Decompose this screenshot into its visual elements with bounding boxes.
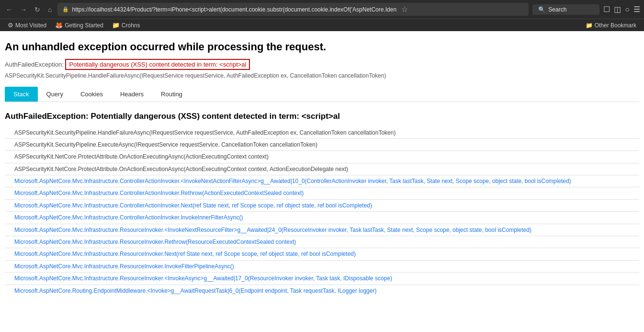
stack-trace-list: ASPSecurityKit.SecurityPipeline.HandleFa…: [5, 128, 639, 296]
stack-line: ASPSecurityKit.SecurityPipeline.HandleFa…: [5, 128, 639, 137]
other-bookmarks[interactable]: 📁 Other Bookmark: [582, 21, 640, 30]
toolbar-icons: ☐ ◫ ○ ☰: [603, 5, 640, 14]
getting-started-label: Getting Started: [65, 22, 103, 29]
stack-line: Microsoft.AspNetCore.Mvc.Infrastructure.…: [5, 213, 639, 222]
stack-line: Microsoft.AspNetCore.Routing.EndpointMid…: [5, 286, 639, 296]
stack-divider: [5, 138, 639, 139]
other-bookmarks-label: Other Bookmark: [595, 22, 636, 29]
crohns-icon: 📁: [112, 22, 120, 29]
stack-divider: [5, 211, 639, 212]
stack-divider: [5, 272, 639, 273]
exception-type: AuthFailedException:: [5, 61, 64, 68]
bookmark-getting-started[interactable]: 🦊 Getting Started: [51, 21, 107, 30]
stack-line: Microsoft.AspNetCore.Mvc.Infrastructure.…: [5, 237, 639, 247]
bookmark-crohns[interactable]: 📁 Crohns: [108, 21, 144, 30]
exception-stack-method: ASPSecurityKit.SecurityPipeline.HandleFa…: [5, 72, 639, 79]
stack-divider: [5, 248, 639, 248]
stack-divider: [5, 199, 639, 200]
stack-line: ASPSecurityKit.SecurityPipeline.ExecuteA…: [5, 140, 639, 149]
other-bookmarks-folder-icon: 📁: [586, 22, 593, 29]
stack-divider: [5, 187, 639, 187]
home-button[interactable]: ⌂: [46, 5, 54, 14]
tabs-bar: Stack Query Cookies Headers Routing: [5, 87, 639, 102]
url-text: https://localhost:44324/Product/?term=iP…: [72, 6, 396, 13]
history-icon[interactable]: ◫: [614, 5, 621, 14]
tab-query[interactable]: Query: [38, 87, 72, 102]
stack-divider: [5, 236, 639, 236]
stack-line: Microsoft.AspNetCore.Mvc.Infrastructure.…: [5, 188, 639, 198]
stack-line: Microsoft.AspNetCore.Mvc.Infrastructure.…: [5, 176, 639, 186]
back-button[interactable]: ←: [4, 5, 14, 14]
search-label: Search: [548, 6, 566, 13]
stack-line: Microsoft.AspNetCore.Mvc.Infrastructure.…: [5, 249, 639, 259]
stack-line: Microsoft.AspNetCore.Mvc.Infrastructure.…: [5, 262, 639, 271]
stack-divider: [5, 285, 639, 285]
most-visited-label: Most Visited: [15, 22, 46, 29]
tab-routing[interactable]: Routing: [152, 87, 191, 102]
stack-divider: [5, 224, 639, 224]
main-content: An unhandled exception occurred while pr…: [0, 31, 644, 300]
bookmark-most-visited[interactable]: ⚙ Most Visited: [4, 21, 50, 30]
forward-button[interactable]: →: [18, 5, 29, 14]
stack-divider: [5, 175, 639, 175]
tab-headers[interactable]: Headers: [112, 87, 152, 102]
address-bar[interactable]: 🔒 https://localhost:44324/Product/?term=…: [57, 3, 529, 16]
pocket-icon[interactable]: ☐: [603, 5, 610, 14]
tab-stack[interactable]: Stack: [5, 87, 38, 102]
most-visited-icon: ⚙: [8, 22, 13, 29]
stack-divider: [5, 260, 639, 261]
crohns-label: Crohns: [122, 22, 140, 29]
browser-chrome: ← → ↻ ⌂ 🔒 https://localhost:44324/Produc…: [0, 0, 644, 19]
search-bar[interactable]: 🔍 Search: [532, 4, 599, 15]
getting-started-icon: 🦊: [55, 22, 63, 29]
bookmarks-bar: ⚙ Most Visited 🦊 Getting Started 📁 Crohn…: [0, 19, 644, 31]
refresh-button[interactable]: ↻: [33, 5, 42, 14]
exception-message: Potentially dangerous (XSS) content dete…: [65, 59, 250, 70]
sync-icon[interactable]: ○: [625, 5, 630, 14]
stack-divider: [5, 150, 639, 151]
tab-cookies[interactable]: Cookies: [72, 87, 112, 102]
stack-title: AuthFailedException: Potentially dangero…: [5, 112, 639, 121]
lock-icon: 🔒: [62, 6, 69, 12]
menu-icon[interactable]: ☰: [633, 5, 640, 14]
error-title: An unhandled exception occurred while pr…: [5, 41, 639, 53]
stack-line: Microsoft.AspNetCore.Mvc.Infrastructure.…: [5, 225, 639, 235]
stack-line: ASPSecurityKit.NetCore.ProtectAttribute.…: [5, 152, 639, 161]
search-icon: 🔍: [538, 6, 545, 13]
stack-line: ASPSecurityKit.NetCore.ProtectAttribute.…: [5, 164, 639, 174]
stack-line: Microsoft.AspNetCore.Mvc.Infrastructure.…: [5, 201, 639, 210]
exception-line: AuthFailedException: Potentially dangero…: [5, 60, 639, 69]
stack-divider: [5, 163, 639, 163]
bookmark-star-icon[interactable]: ☆: [401, 5, 408, 14]
stack-line: Microsoft.AspNetCore.Mvc.Infrastructure.…: [5, 274, 639, 283]
stack-section: AuthFailedException: Potentially dangero…: [5, 112, 639, 296]
